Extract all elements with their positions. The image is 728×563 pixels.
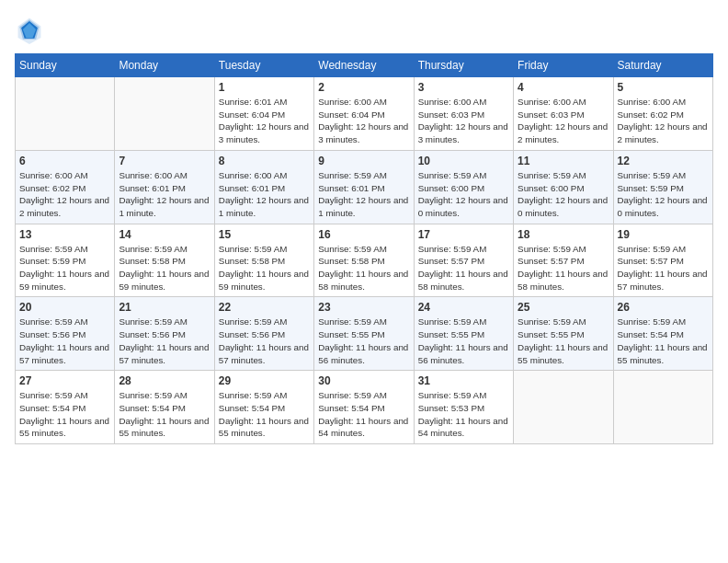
calendar-cell: [115, 77, 214, 151]
day-info: Sunrise: 6:00 AM Sunset: 6:03 PM Dayligh…: [518, 96, 609, 146]
calendar-cell: 4Sunrise: 6:00 AM Sunset: 6:03 PM Daylig…: [514, 77, 613, 151]
day-info: Sunrise: 5:59 AM Sunset: 5:56 PM Dayligh…: [219, 316, 310, 366]
calendar-cell: [613, 371, 712, 444]
day-info: Sunrise: 5:59 AM Sunset: 5:55 PM Dayligh…: [418, 316, 509, 366]
day-number: 19: [618, 228, 709, 241]
day-info: Sunrise: 5:59 AM Sunset: 5:57 PM Dayligh…: [518, 243, 609, 293]
calendar-week-5: 27Sunrise: 5:59 AM Sunset: 5:54 PM Dayli…: [16, 371, 713, 444]
calendar-week-4: 20Sunrise: 5:59 AM Sunset: 5:56 PM Dayli…: [16, 297, 713, 371]
day-info: Sunrise: 5:59 AM Sunset: 5:59 PM Dayligh…: [618, 169, 709, 220]
weekday-header-saturday: Saturday: [613, 54, 712, 77]
calendar-cell: 18Sunrise: 5:59 AM Sunset: 5:57 PM Dayli…: [514, 224, 613, 297]
weekday-header-sunday: Sunday: [16, 54, 115, 77]
day-info: Sunrise: 5:59 AM Sunset: 5:54 PM Dayligh…: [618, 316, 709, 366]
day-number: 16: [318, 228, 409, 241]
day-number: 21: [119, 301, 210, 314]
day-number: 8: [219, 155, 310, 167]
day-info: Sunrise: 6:01 AM Sunset: 6:04 PM Dayligh…: [219, 96, 310, 146]
day-number: 10: [418, 155, 509, 167]
day-info: Sunrise: 5:59 AM Sunset: 5:58 PM Dayligh…: [318, 243, 409, 293]
day-number: 24: [418, 301, 509, 314]
calendar-cell: 19Sunrise: 5:59 AM Sunset: 5:57 PM Dayli…: [613, 224, 712, 297]
calendar-cell: 29Sunrise: 5:59 AM Sunset: 5:54 PM Dayli…: [214, 371, 313, 444]
calendar-cell: 27Sunrise: 5:59 AM Sunset: 5:54 PM Dayli…: [16, 371, 115, 444]
day-info: Sunrise: 6:00 AM Sunset: 6:01 PM Dayligh…: [219, 169, 310, 220]
day-info: Sunrise: 6:00 AM Sunset: 6:02 PM Dayligh…: [618, 96, 709, 146]
calendar-cell: 14Sunrise: 5:59 AM Sunset: 5:58 PM Dayli…: [115, 224, 214, 297]
day-info: Sunrise: 5:59 AM Sunset: 6:01 PM Dayligh…: [318, 169, 409, 220]
calendar-cell: 28Sunrise: 5:59 AM Sunset: 5:54 PM Dayli…: [115, 371, 214, 444]
day-number: 7: [119, 155, 210, 167]
calendar-week-1: 1Sunrise: 6:01 AM Sunset: 6:04 PM Daylig…: [16, 77, 713, 151]
day-number: 18: [518, 228, 609, 241]
calendar-cell: 7Sunrise: 6:00 AM Sunset: 6:01 PM Daylig…: [115, 150, 214, 224]
calendar-cell: 30Sunrise: 5:59 AM Sunset: 5:54 PM Dayli…: [314, 371, 414, 444]
calendar-cell: 21Sunrise: 5:59 AM Sunset: 5:56 PM Dayli…: [115, 297, 214, 371]
day-number: 11: [518, 155, 609, 167]
logo-icon: [15, 15, 44, 44]
calendar-cell: [514, 371, 613, 444]
day-number: 9: [318, 155, 409, 167]
day-info: Sunrise: 5:59 AM Sunset: 5:58 PM Dayligh…: [119, 243, 210, 293]
day-number: 26: [618, 301, 709, 314]
day-number: 30: [318, 374, 409, 387]
day-info: Sunrise: 6:00 AM Sunset: 6:01 PM Dayligh…: [119, 169, 210, 220]
logo: [15, 15, 50, 44]
day-info: Sunrise: 5:59 AM Sunset: 5:55 PM Dayligh…: [518, 316, 609, 366]
weekday-header-monday: Monday: [115, 54, 214, 77]
calendar-cell: [16, 77, 115, 151]
day-number: 27: [19, 374, 110, 387]
day-info: Sunrise: 6:00 AM Sunset: 6:03 PM Dayligh…: [418, 96, 509, 146]
day-number: 2: [318, 81, 409, 94]
day-number: 1: [219, 81, 310, 94]
day-number: 4: [518, 81, 609, 94]
day-number: 25: [518, 301, 609, 314]
calendar-cell: 2Sunrise: 6:00 AM Sunset: 6:04 PM Daylig…: [314, 77, 414, 151]
day-number: 20: [19, 301, 110, 314]
calendar-cell: 24Sunrise: 5:59 AM Sunset: 5:55 PM Dayli…: [414, 297, 513, 371]
day-number: 22: [219, 301, 310, 314]
page-header: [15, 15, 713, 44]
day-info: Sunrise: 5:59 AM Sunset: 5:57 PM Dayligh…: [618, 243, 709, 293]
day-info: Sunrise: 5:59 AM Sunset: 5:54 PM Dayligh…: [119, 389, 210, 440]
calendar-cell: 31Sunrise: 5:59 AM Sunset: 5:53 PM Dayli…: [414, 371, 513, 444]
calendar-week-2: 6Sunrise: 6:00 AM Sunset: 6:02 PM Daylig…: [16, 150, 713, 224]
day-number: 28: [119, 374, 210, 387]
day-number: 6: [19, 155, 110, 167]
calendar-cell: 8Sunrise: 6:00 AM Sunset: 6:01 PM Daylig…: [214, 150, 313, 224]
day-info: Sunrise: 5:59 AM Sunset: 5:54 PM Dayligh…: [19, 389, 110, 440]
day-info: Sunrise: 5:59 AM Sunset: 5:57 PM Dayligh…: [418, 243, 509, 293]
weekday-header-friday: Friday: [514, 54, 613, 77]
calendar-cell: 1Sunrise: 6:01 AM Sunset: 6:04 PM Daylig…: [214, 77, 313, 151]
day-info: Sunrise: 5:59 AM Sunset: 5:56 PM Dayligh…: [19, 316, 110, 366]
calendar-cell: 13Sunrise: 5:59 AM Sunset: 5:59 PM Dayli…: [16, 224, 115, 297]
day-info: Sunrise: 5:59 AM Sunset: 5:55 PM Dayligh…: [318, 316, 409, 366]
day-number: 17: [418, 228, 509, 241]
calendar-cell: 22Sunrise: 5:59 AM Sunset: 5:56 PM Dayli…: [214, 297, 313, 371]
calendar-cell: 3Sunrise: 6:00 AM Sunset: 6:03 PM Daylig…: [414, 77, 513, 151]
calendar-week-3: 13Sunrise: 5:59 AM Sunset: 5:59 PM Dayli…: [16, 224, 713, 297]
day-number: 12: [618, 155, 709, 167]
weekday-header-wednesday: Wednesday: [314, 54, 414, 77]
calendar-cell: 15Sunrise: 5:59 AM Sunset: 5:58 PM Dayli…: [214, 224, 313, 297]
day-number: 13: [19, 228, 110, 241]
weekday-header-row: SundayMondayTuesdayWednesdayThursdayFrid…: [16, 54, 713, 77]
weekday-header-tuesday: Tuesday: [214, 54, 313, 77]
calendar-cell: 10Sunrise: 5:59 AM Sunset: 6:00 PM Dayli…: [414, 150, 513, 224]
day-info: Sunrise: 5:59 AM Sunset: 5:54 PM Dayligh…: [219, 389, 310, 440]
day-info: Sunrise: 6:00 AM Sunset: 6:02 PM Dayligh…: [19, 169, 110, 220]
calendar-cell: 6Sunrise: 6:00 AM Sunset: 6:02 PM Daylig…: [16, 150, 115, 224]
calendar-cell: 25Sunrise: 5:59 AM Sunset: 5:55 PM Dayli…: [514, 297, 613, 371]
calendar-cell: 20Sunrise: 5:59 AM Sunset: 5:56 PM Dayli…: [16, 297, 115, 371]
day-number: 29: [219, 374, 310, 387]
day-info: Sunrise: 5:59 AM Sunset: 5:54 PM Dayligh…: [318, 389, 409, 440]
calendar-cell: 5Sunrise: 6:00 AM Sunset: 6:02 PM Daylig…: [613, 77, 712, 151]
day-number: 3: [418, 81, 509, 94]
day-number: 15: [219, 228, 310, 241]
calendar-cell: 12Sunrise: 5:59 AM Sunset: 5:59 PM Dayli…: [613, 150, 712, 224]
day-number: 5: [618, 81, 709, 94]
day-number: 31: [418, 374, 509, 387]
day-info: Sunrise: 5:59 AM Sunset: 5:58 PM Dayligh…: [219, 243, 310, 293]
calendar-table: SundayMondayTuesdayWednesdayThursdayFrid…: [15, 53, 713, 444]
day-info: Sunrise: 6:00 AM Sunset: 6:04 PM Dayligh…: [318, 96, 409, 146]
